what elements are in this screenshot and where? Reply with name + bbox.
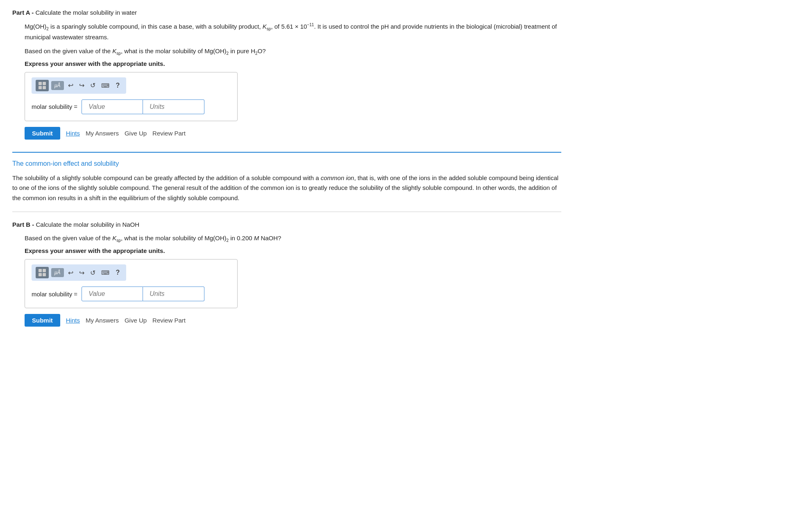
part-a-title: Part A - Calculate the molar solubility …	[12, 8, 561, 18]
grid-icon-b	[39, 269, 46, 276]
part-b-submit-button[interactable]: Submit	[25, 314, 60, 327]
part-b-units-input[interactable]	[143, 287, 204, 301]
part-b-review-part-link[interactable]: Review Part	[152, 317, 186, 324]
part-b-input-row: molar solubility =	[32, 287, 231, 301]
part-b-give-up-link[interactable]: Give Up	[125, 317, 147, 324]
part-a-units-input[interactable]	[143, 99, 204, 114]
part-a-section: Part A - Calculate the molar solubility …	[12, 8, 561, 140]
part-b-undo-button[interactable]: ↩	[66, 268, 75, 278]
grid-icon	[39, 82, 46, 89]
part-a-bold: Part A -	[12, 9, 34, 16]
part-a-give-up-link[interactable]: Give Up	[125, 130, 147, 137]
part-a-mu-button[interactable]: μÅ	[51, 81, 64, 90]
common-ion-text: The solubility of a slightly soluble com…	[12, 173, 561, 203]
part-b-mu-button[interactable]: μÅ	[51, 268, 64, 277]
part-a-action-row: Submit Hints My Answers Give Up Review P…	[25, 127, 561, 140]
part-a-description: Mg(OH)2 is a sparingly soluble compound,…	[25, 22, 561, 42]
part-b-answer-box: μÅ ↩ ↪ ↺ ⌨ ? molar solubility =	[25, 259, 238, 308]
part-a-help-button[interactable]: ?	[113, 81, 122, 90]
part-a-keyboard-button[interactable]: ⌨	[100, 81, 111, 90]
part-a-hints-link[interactable]: Hints	[66, 130, 80, 137]
common-ion-title: The common-ion effect and solubility	[12, 160, 561, 167]
part-b-section: Part B - Calculate the molar solubility …	[12, 220, 561, 327]
part-b-express-label: Express your answer with the appropriate…	[25, 247, 561, 254]
part-a-answer-box: μÅ ↩ ↪ ↺ ⌨ ? molar solubility =	[25, 72, 238, 121]
part-b-redo-button[interactable]: ↪	[77, 268, 86, 278]
part-b-keyboard-button[interactable]: ⌨	[100, 269, 111, 277]
part-a-express-label: Express your answer with the appropriate…	[25, 60, 561, 67]
part-a-submit-button[interactable]: Submit	[25, 127, 60, 140]
part-a-input-label: molar solubility =	[32, 103, 77, 110]
part-b-value-input[interactable]	[82, 287, 143, 301]
part-a-toolbar: μÅ ↩ ↪ ↺ ⌨ ?	[32, 77, 126, 94]
part-b-title: Part B - Calculate the molar solubility …	[12, 220, 561, 230]
part-b-toolbar: μÅ ↩ ↪ ↺ ⌨ ?	[32, 264, 126, 281]
part-b-grid-button[interactable]	[36, 267, 49, 278]
part-b-hints-link[interactable]: Hints	[66, 317, 80, 324]
part-b-input-label: molar solubility =	[32, 291, 77, 298]
part-a-redo-button[interactable]: ↪	[77, 81, 86, 90]
section-divider-1	[12, 152, 561, 153]
part-b-question: Based on the given value of the Ksp, wha…	[25, 233, 561, 244]
part-a-question: Based on the given value of the Ksp, wha…	[25, 46, 561, 57]
part-b-refresh-button[interactable]: ↺	[88, 268, 97, 278]
part-b-help-button[interactable]: ?	[113, 268, 122, 277]
part-a-review-part-link[interactable]: Review Part	[152, 130, 186, 137]
section-divider-2	[12, 212, 561, 212]
part-a-refresh-button[interactable]: ↺	[88, 81, 97, 90]
common-ion-section: The common-ion effect and solubility The…	[12, 160, 561, 203]
part-b-bold: Part B -	[12, 221, 34, 228]
part-a-undo-button[interactable]: ↩	[66, 81, 75, 90]
part-b-my-answers-link[interactable]: My Answers	[86, 317, 119, 324]
part-a-my-answers-link[interactable]: My Answers	[86, 130, 119, 137]
part-a-value-input[interactable]	[82, 99, 143, 114]
part-b-action-row: Submit Hints My Answers Give Up Review P…	[25, 314, 561, 327]
part-a-input-row: molar solubility =	[32, 99, 231, 114]
part-a-grid-button[interactable]	[36, 80, 49, 91]
common-ion-emphasis: common ion	[321, 174, 354, 181]
